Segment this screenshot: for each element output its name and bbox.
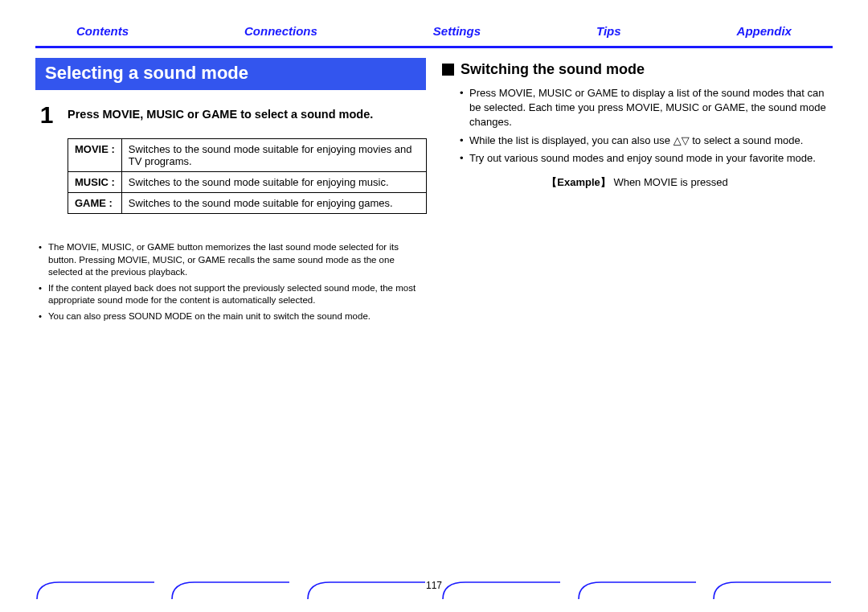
bullet2-prefix: While the list is displayed, you can als… [469, 134, 674, 146]
arc-icon [441, 578, 562, 601]
nav-settings[interactable]: Settings [433, 24, 481, 38]
music-label: MUSIC : [68, 172, 122, 193]
note-item: You can also press SOUND MODE on the mai… [39, 310, 426, 323]
section-title: Selecting a sound mode [35, 58, 426, 90]
up-down-triangle-icon: △▽ [674, 134, 690, 146]
note-item: The MOVIE, MUSIC, or GAME button memoriz… [39, 241, 426, 279]
square-bullet-icon [442, 64, 454, 76]
nav-contents[interactable]: Contents [76, 24, 129, 38]
table-row: GAME : Switches to the sound mode suitab… [68, 193, 427, 214]
music-desc: Switches to the sound mode suitable for … [121, 172, 426, 193]
table-row: MUSIC : Switches to the sound mode suita… [68, 172, 427, 193]
list-item: Press MOVIE, MUSIC or GAME to display a … [460, 86, 833, 130]
left-column: Selecting a sound mode 1 Press MOVIE, MU… [35, 58, 426, 326]
footer-decoration [35, 578, 833, 601]
arc-icon [170, 578, 291, 601]
nav-tips[interactable]: Tips [596, 24, 621, 38]
nav-appendix[interactable]: Appendix [737, 24, 792, 38]
arc-icon [712, 578, 833, 601]
step-instruction: Press MOVIE, MUSIC or GAME to select a s… [68, 103, 373, 121]
game-desc: Switches to the sound mode suitable for … [121, 193, 426, 214]
step-1: 1 Press MOVIE, MUSIC or GAME to select a… [35, 103, 426, 127]
main-content: Selecting a sound mode 1 Press MOVIE, MU… [0, 48, 868, 326]
right-column: Switching the sound mode Press MOVIE, MU… [442, 58, 833, 326]
example-line: 【Example】 When MOVIE is pressed [442, 175, 833, 190]
table-row: MOVIE : Switches to the sound mode suita… [68, 139, 427, 172]
bullet-list: Press MOVIE, MUSIC or GAME to display a … [442, 86, 833, 166]
example-label: 【Example】 [547, 176, 610, 188]
arc-icon [306, 578, 427, 601]
arc-icon [35, 578, 156, 601]
notes-list: The MOVIE, MUSIC, or GAME button memoriz… [35, 241, 426, 322]
example-text: When MOVIE is pressed [611, 176, 728, 188]
note-item: If the content played back does not supp… [39, 282, 426, 307]
step-number: 1 [35, 103, 58, 127]
movie-desc: Switches to the sound mode suitable for … [121, 139, 426, 172]
list-item: While the list is displayed, you can als… [460, 133, 833, 148]
movie-label: MOVIE : [68, 139, 122, 172]
arc-icon [577, 578, 698, 601]
bullet2-suffix: to select a sound mode. [690, 134, 804, 146]
mode-table: MOVIE : Switches to the sound mode suita… [68, 138, 427, 214]
top-nav: Contents Connections Settings Tips Appen… [0, 0, 868, 46]
list-item: Try out various sound modes and enjoy so… [460, 151, 833, 166]
subheading-text: Switching the sound mode [461, 61, 645, 78]
subheading: Switching the sound mode [442, 61, 833, 78]
nav-connections[interactable]: Connections [244, 24, 317, 38]
game-label: GAME : [68, 193, 122, 214]
